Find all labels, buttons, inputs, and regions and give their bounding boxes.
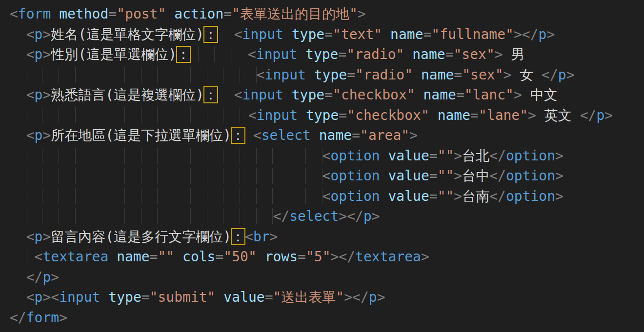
code-token-tag: input — [242, 87, 283, 103]
code-token-txt: 男 — [503, 46, 525, 62]
code-token-pu: > — [42, 26, 51, 42]
code-token-attr: name — [319, 127, 352, 143]
unicode-highlight-box: ： — [231, 229, 245, 245]
code-token-attr: name — [117, 249, 149, 265]
code-token-val: "checkbox" — [333, 87, 415, 103]
code-token-pu: > — [528, 107, 536, 123]
code-token-pu: > — [42, 289, 51, 305]
code-token-pu: < — [234, 26, 242, 42]
whitespace — [311, 127, 319, 143]
whitespace — [404, 46, 412, 62]
code-token-attr: type — [306, 107, 339, 123]
code-token-pu: > — [51, 269, 59, 285]
code-token-pu: </ — [26, 269, 43, 285]
code-token-tag: p — [363, 208, 372, 224]
code-token-val: "submit" — [150, 289, 216, 305]
code-token-pu: < — [35, 249, 43, 265]
whitespace — [380, 188, 388, 204]
code-token-pu: < — [26, 87, 35, 103]
code-line-7: <p>所在地區(這是下拉選單欄位)： <select name="area"> — [10, 125, 644, 146]
code-line-3: <p>性別(這是單選欄位)： <input type="radio" name=… — [10, 44, 644, 65]
code-token-txt: 中文 — [522, 87, 558, 103]
code-token-pu: > — [555, 168, 564, 184]
code-token-pu: = — [429, 148, 438, 164]
code-token-txt: 台南 — [462, 188, 489, 204]
code-token-pu: < — [51, 289, 59, 305]
code-token-tag: option — [330, 148, 380, 164]
code-line-1: <form method="post" action="表單送出的目的地"> — [10, 4, 644, 24]
code-token-pu: < — [26, 229, 35, 245]
code-token-pu: > — [555, 188, 564, 204]
code-editor[interactable]: <form method="post" action="表單送出的目的地"> <… — [0, 0, 644, 332]
whitespace — [429, 107, 438, 123]
code-token-pu: = — [108, 6, 117, 22]
code-token-val: "" — [438, 188, 454, 204]
code-token-attr: type — [292, 87, 324, 103]
whitespace — [190, 46, 248, 62]
code-token-val: "" — [438, 168, 454, 184]
code-token-pu: > — [409, 127, 418, 143]
code-line-13: <textarea name="" cols="50" rows="5"></t… — [10, 247, 644, 267]
code-token-txt: 台北 — [462, 148, 489, 164]
whitespace — [166, 6, 174, 22]
code-token-pu: > — [454, 168, 462, 184]
code-token-txt: 所在地區(這是下拉選單欄位) — [51, 127, 231, 143]
code-line-6: <input type="checkbox" name="lane"> 英文 <… — [10, 105, 644, 126]
code-token-val: "sex" — [454, 46, 495, 62]
code-token-val: "" — [158, 249, 174, 265]
code-token-tag: input — [265, 67, 306, 83]
code-line-8: <option value="">台北</option> — [10, 146, 644, 166]
code-token-txt: 英文 — [536, 107, 580, 123]
code-token-pu: </ — [542, 67, 558, 83]
code-token-pu: </ — [580, 107, 597, 123]
code-token-tag: p — [35, 229, 43, 245]
code-token-attr: cols — [182, 249, 215, 265]
code-token-pu: < — [26, 46, 35, 62]
code-token-val: "sex" — [462, 67, 503, 83]
code-token-pu: = — [298, 249, 306, 265]
code-line-15: <p><input type="submit" value="送出表單"></p… — [10, 287, 644, 308]
code-token-attr: type — [292, 26, 324, 42]
code-line-12: <p>留言內容(這是多行文字欄位)：<br> — [10, 227, 644, 247]
code-token-pu: < — [322, 168, 331, 184]
code-token-tag: option — [506, 168, 555, 184]
code-token-pu: = — [456, 87, 464, 103]
code-token-val: "area" — [360, 127, 409, 143]
code-token-pu: > — [503, 67, 512, 83]
code-token-pu: > — [546, 26, 555, 42]
code-token-val: "post" — [117, 6, 166, 22]
code-token-tag: form — [18, 6, 51, 22]
code-line-4: <input type="radio" name="sex"> 女 </p> — [10, 65, 644, 85]
code-token-pu: </ — [10, 310, 26, 326]
code-token-pu: </ — [489, 168, 506, 184]
code-token-val: "lanc" — [464, 87, 514, 103]
whitespace — [10, 148, 322, 164]
code-token-pu: > — [339, 208, 347, 224]
unicode-highlight-box: ： — [177, 46, 190, 62]
code-line-9: <option value="">台中</option> — [10, 166, 644, 186]
whitespace — [306, 67, 314, 83]
code-token-pu: > — [604, 107, 613, 123]
code-token-tag: p — [35, 289, 43, 305]
code-token-pu: < — [234, 87, 242, 103]
code-token-pu: = — [352, 127, 360, 143]
code-token-tag: input — [242, 26, 283, 42]
code-token-pu: = — [324, 87, 333, 103]
whitespace — [10, 87, 26, 103]
code-token-txt: 姓名(這是單格文字欄位) — [51, 26, 204, 42]
code-token-pu: > — [555, 148, 564, 164]
code-token-pu: = — [265, 289, 273, 305]
code-token-attr: value — [223, 289, 264, 305]
code-token-pu: > — [454, 148, 462, 164]
code-line-2: <p>姓名(這是單格文字欄位)： <input type="text" name… — [10, 24, 644, 45]
code-token-pu: > — [42, 229, 51, 245]
code-token-val: "50" — [223, 249, 256, 265]
whitespace — [245, 127, 253, 143]
code-token-tag: p — [35, 46, 43, 62]
code-token-pu: > — [358, 6, 366, 22]
code-token-pu: </ — [489, 148, 506, 164]
code-token-pu: = — [470, 107, 479, 123]
code-token-attr: name — [390, 26, 423, 42]
unicode-highlight-box: ： — [231, 127, 245, 143]
code-token-pu: > — [454, 188, 462, 204]
